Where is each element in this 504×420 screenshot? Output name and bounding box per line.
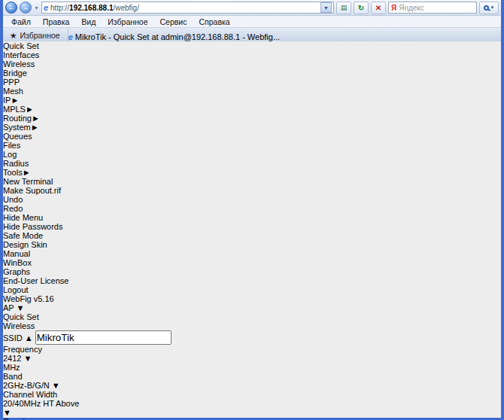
sidebar-item-interfaces[interactable]: Interfaces [3,50,501,59]
sidebar-item-bridge[interactable]: Bridge [3,68,501,78]
sidebar-item-undo[interactable]: Undo [3,195,501,204]
sidebar-item-safe-mode[interactable]: Safe Mode [3,231,501,240]
back-button[interactable]: ← [5,2,17,14]
webfig-version: WebFig v5.16 [3,294,501,303]
sidebar-item-logout[interactable]: Logout [3,285,501,294]
ie-favicon: e [68,32,73,41]
chevron-down-icon: ▼ [24,354,32,363]
channel-width-label: Channel Width [3,390,57,399]
address-dropdown-icon[interactable]: ▼ [320,2,332,13]
sidebar-item-eula[interactable]: End-User License [3,276,501,285]
forward-button[interactable]: → [20,2,32,14]
favorites-button[interactable]: ★ Избранное [5,29,68,41]
submenu-arrow-icon: ► [11,96,19,105]
submenu-arrow-icon: ► [31,123,39,132]
sidebar-item-wireless[interactable]: Wireless [3,59,501,68]
history-dropdown-icon[interactable]: ▼ [34,5,39,11]
sidebar-item-new-terminal[interactable]: New Terminal [3,177,501,186]
menu-tools[interactable]: Сервис [155,17,193,27]
menu-bar: Файл Правка Вид Избранное Сервис Справка [3,16,501,28]
ssid-input[interactable] [35,330,172,345]
menu-view[interactable]: Вид [76,17,101,27]
favorites-label: Избранное [20,31,59,40]
menu-edit[interactable]: Правка [38,17,74,27]
search-icon [484,5,489,11]
ssid-label: SSID [3,333,23,342]
mode-select[interactable]: AP ▼ [3,303,32,312]
sidebar-item-winbox[interactable]: WinBox [3,258,501,267]
webfig-sidebar: Quick Set Interfaces Wireless Bridge PPP… [3,41,501,294]
sort-asc-icon[interactable]: ▲ [25,333,33,342]
browser-window: ← → ▼ e http://192.168.88.1/webfig/ ▼ ▤ … [0,0,504,420]
sidebar-item-mesh[interactable]: Mesh [3,87,501,96]
band-label: Band [3,372,23,381]
sidebar-item-log[interactable]: Log [3,150,501,159]
page-title: Quick Set [3,312,39,321]
sidebar-item-graphs[interactable]: Graphs [3,267,501,276]
band-row: Band 2GHz-B/G/N ▼ [3,372,501,390]
search-placeholder: Яндекс [399,4,424,12]
frequency-label: Frequency [3,345,42,354]
tab-webfig[interactable]: e MikroTik - Quick Set at admin@192.168.… [68,32,280,41]
webfig-content: WebFig v5.16 AP ▼ Quick Set Wireless SSI… [3,294,501,420]
sidebar-item-hide-passwords[interactable]: Hide Passwords [3,222,501,231]
ie-page-icon: e [44,3,48,12]
sidebar-item-ip[interactable]: IP► [3,96,501,105]
star-icon: ★ [10,31,17,40]
sidebar-item-manual[interactable]: Manual [3,249,501,258]
sidebar-item-ppp[interactable]: PPP [3,78,501,87]
compatibility-view-button[interactable]: ▤ [336,2,351,14]
sidebar-item-routing[interactable]: Routing► [3,114,501,123]
yandex-icon: Я [391,4,396,12]
chevron-down-icon: ▼ [3,408,11,417]
ssid-row: SSID ▲ [3,330,501,345]
frequency-unit: MHz [3,363,20,372]
sidebar-item-redo[interactable]: Redo [3,204,501,213]
sidebar-item-hide-menu[interactable]: Hide Menu [3,213,501,222]
sidebar-item-design-skin[interactable]: Design Skin [3,240,501,249]
menu-favorites[interactable]: Избранное [102,17,153,27]
chevron-down-icon: ▼ [17,303,25,312]
sidebar-item-system[interactable]: System► [3,123,501,132]
sidebar-item-files[interactable]: Files [3,141,501,150]
address-toolbar: ← → ▼ e http://192.168.88.1/webfig/ ▼ ▤ … [3,0,501,16]
sidebar-item-make-supout[interactable]: Make Supout.rif [3,186,501,195]
sidebar-item-quick-set[interactable]: Quick Set [3,41,501,50]
address-field[interactable]: e http://192.168.88.1/webfig/ ▼ [41,2,334,14]
page-viewport: Quick Set Interfaces Wireless Bridge PPP… [3,41,501,420]
tab-title: MikroTik - Quick Set at admin@192.168.88… [75,32,280,41]
frequency-select[interactable]: 2412 ▼ [3,354,501,363]
submenu-arrow-icon: ► [26,105,34,114]
channel-width-row: Channel Width 20/40MHz HT Above ▼ [3,390,501,417]
sidebar-item-queues[interactable]: Queues [3,132,501,141]
url-text: http://192.168.88.1/webfig/ [50,4,139,12]
submenu-arrow-icon: ► [23,168,31,177]
frequency-row: Frequency 2412 ▼ MHz [3,345,501,372]
webfig-topbar: WebFig v5.16 AP ▼ Quick Set [3,294,501,321]
submenu-arrow-icon: ► [32,114,40,123]
wireless-section-title: Wireless [3,321,501,330]
search-button[interactable]: ▼ [479,2,499,14]
channel-width-select[interactable]: 20/40MHz HT Above ▼ [3,399,86,417]
menu-file[interactable]: Файл [6,17,36,27]
sidebar-item-mpls[interactable]: MPLS► [3,105,501,114]
tab-bar: ★ Избранное e MikroTik - Quick Set at ad… [3,28,501,41]
chevron-down-icon: ▼ [52,381,60,390]
search-dropdown-icon: ▼ [490,5,495,10]
stop-button[interactable]: ✕ [371,2,386,14]
country-row: Country no_country_set ▼ [3,417,501,420]
country-label: Country [3,417,32,420]
search-box[interactable]: Я Яндекс [388,2,477,14]
band-select[interactable]: 2GHz-B/G/N ▼ [3,381,60,390]
sidebar-item-tools[interactable]: Tools► [3,168,501,177]
menu-help[interactable]: Справка [193,17,235,27]
sidebar-item-radius[interactable]: Radius [3,159,501,168]
refresh-button[interactable]: ↻ [354,2,369,14]
